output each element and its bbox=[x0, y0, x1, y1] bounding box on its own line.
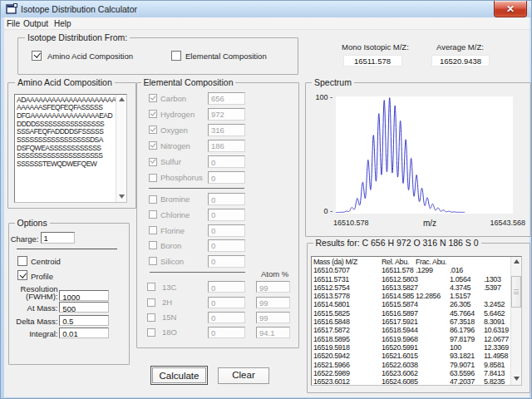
13c-label: 13C bbox=[162, 283, 176, 292]
scroll-up-button[interactable] bbox=[116, 95, 126, 105]
title-bar[interactable]: Isotope Distribution Calculator ✕ bbox=[1, 1, 531, 17]
scroll-thumb[interactable] bbox=[511, 276, 521, 308]
option-field-atmass[interactable]: 500 bbox=[59, 302, 109, 313]
arrow-up-icon bbox=[514, 259, 520, 264]
menu-item-help[interactable]: Help bbox=[54, 19, 71, 28]
x-axis-label: m/z bbox=[423, 219, 436, 228]
chlorine-label: Chlorine bbox=[160, 210, 190, 219]
form-icon bbox=[6, 3, 17, 15]
2h-checkbox[interactable] bbox=[147, 298, 155, 307]
2h-count-field: 0 bbox=[208, 297, 245, 308]
menu-item-file[interactable]: File bbox=[7, 19, 20, 28]
cell: 16516.5897 bbox=[382, 309, 418, 318]
results-row[interactable]: 16513.577816514.58512.28561.5157 bbox=[313, 292, 509, 300]
sequence-scrollbar[interactable] bbox=[116, 95, 126, 202]
group-isotope-distribution-from: Isotope Distribution From: Amino Acid Co… bbox=[17, 37, 298, 75]
results-row[interactable]: 16520.594216521.601593.182111.4958 bbox=[313, 352, 509, 360]
option-field-integral[interactable]: 0.01 bbox=[59, 328, 109, 338]
results-row[interactable]: 16515.582516516.589745.76645.6462 bbox=[313, 309, 509, 318]
results-row[interactable]: 16518.589516519.596897.817912.0677 bbox=[313, 335, 509, 343]
results-row[interactable]: 16523.601216524.608547.20375.8235 bbox=[313, 377, 509, 384]
cell: 16523.6062 bbox=[382, 369, 418, 377]
results-rows: Mass (da) M/ZRel. Abu.Frac. Abu.16510.57… bbox=[313, 258, 509, 384]
cell: 12.0677 bbox=[484, 335, 509, 343]
13c-checkbox[interactable] bbox=[147, 283, 155, 291]
arrow-down-icon bbox=[514, 377, 520, 381]
elemental-composition-checkbox[interactable] bbox=[171, 51, 181, 61]
carbon-checkbox[interactable] bbox=[149, 94, 157, 102]
menu-item-output[interactable]: Output bbox=[23, 19, 48, 28]
hydrogen-checkbox[interactable] bbox=[149, 110, 157, 118]
centroid-checkbox[interactable] bbox=[17, 256, 27, 266]
cell: 9.8581 bbox=[484, 361, 505, 369]
group-label: Options bbox=[15, 218, 50, 229]
sulfur-checkbox[interactable] bbox=[149, 158, 157, 166]
results-list[interactable]: Mass (da) M/ZRel. Abu.Frac. Abu.16510.57… bbox=[311, 256, 522, 386]
profile-checkbox-label: Profile bbox=[31, 272, 53, 281]
results-scrollbar[interactable] bbox=[510, 257, 521, 385]
florine-checkbox[interactable] bbox=[149, 226, 157, 234]
option-field-resolution[interactable]: 1000 bbox=[59, 290, 109, 301]
group-options: Options Charge: 1 Centroid Profile Resol… bbox=[8, 223, 130, 365]
cell: 16513.5778 bbox=[313, 292, 350, 300]
scroll-down-button[interactable] bbox=[116, 192, 126, 202]
average-mz-value: 16520.9438 bbox=[431, 55, 490, 66]
boron-checkbox[interactable] bbox=[149, 241, 157, 249]
charge-field[interactable]: 1 bbox=[41, 232, 75, 244]
18o-count-field: 0 bbox=[208, 327, 245, 338]
close-button[interactable]: ✕ bbox=[494, 1, 527, 17]
15n-checkbox[interactable] bbox=[147, 313, 155, 322]
spectrum-plot bbox=[336, 96, 513, 214]
cell: 4.3745 bbox=[450, 283, 470, 292]
charge-label: Charge: bbox=[9, 234, 39, 244]
cell: 100 bbox=[450, 343, 461, 352]
option-field-deltamass[interactable]: 0.5 bbox=[59, 315, 109, 326]
results-row[interactable]: 16522.598916523.606263.55967.8413 bbox=[313, 369, 509, 377]
scroll-up-button[interactable] bbox=[511, 257, 521, 268]
cell: 7.8413 bbox=[484, 369, 505, 377]
15n-atom-percent-field: 99 bbox=[256, 312, 290, 323]
amino-acid-composition-checkbox[interactable] bbox=[32, 51, 42, 61]
sequence-input[interactable]: ADAAAAAAAAAAAAAAAAAAAAA AAAAAASFEQFEQFAS… bbox=[16, 96, 118, 202]
check-icon bbox=[150, 110, 155, 116]
results-row[interactable]: 16510.570716511.578.1299.016 bbox=[313, 266, 509, 274]
close-icon: ✕ bbox=[506, 3, 515, 15]
silicon-checkbox[interactable] bbox=[149, 257, 157, 265]
boron-count-field: 0 bbox=[208, 239, 245, 252]
clear-button[interactable]: Clear bbox=[218, 367, 269, 384]
results-row[interactable]: 16511.573116512.58031.0564.1303 bbox=[313, 275, 509, 283]
results-row[interactable]: 16512.575416513.58274.3745.5397 bbox=[313, 283, 509, 292]
cell: 79.9071 bbox=[450, 361, 475, 369]
nitrogen-checkbox[interactable] bbox=[149, 141, 157, 150]
cell: .016 bbox=[450, 266, 463, 274]
nitrogen-label: Nitrogen bbox=[160, 141, 190, 150]
18o-checkbox[interactable] bbox=[147, 328, 155, 337]
results-row[interactable]: 16519.591816520.599110012.3369 bbox=[313, 343, 509, 352]
window-title: Isotope Distribution Calculator bbox=[21, 4, 137, 14]
calculate-button[interactable]: Calculate bbox=[150, 366, 208, 385]
results-row[interactable]: 16517.587216518.594486.179610.6319 bbox=[313, 326, 509, 334]
results-row[interactable]: 16514.580116515.587426.3053.2452 bbox=[313, 300, 509, 308]
phosphorus-checkbox[interactable] bbox=[149, 174, 157, 182]
mono-isotopic-mz-label: Mono Isotopic M/Z: bbox=[342, 42, 409, 52]
cell: .1303 bbox=[484, 275, 501, 283]
results-row[interactable]: 16516.584816517.592167.35188.3091 bbox=[313, 318, 509, 326]
cell: 16514.5801 bbox=[313, 300, 350, 308]
profile-checkbox[interactable] bbox=[17, 270, 27, 280]
sulfur-count-field: 0 bbox=[208, 155, 245, 168]
chlorine-checkbox[interactable] bbox=[149, 210, 157, 219]
15n-count-field: 0 bbox=[208, 312, 245, 323]
cell: 16517.5921 bbox=[382, 318, 418, 326]
scroll-down-button[interactable] bbox=[511, 374, 521, 385]
cell: 16521.5966 bbox=[313, 361, 350, 369]
cell: 12.2856 bbox=[416, 292, 441, 300]
oxygen-checkbox[interactable] bbox=[149, 126, 157, 134]
cell: 86.1796 bbox=[450, 326, 475, 334]
results-row[interactable]: 16521.596616522.603879.90719.8581 bbox=[313, 361, 509, 369]
cell: 16514.585 bbox=[382, 292, 414, 300]
carbon-label: Carbon bbox=[160, 94, 186, 103]
cell: 16510.5707 bbox=[313, 266, 350, 274]
group-amino-acid-composition: Amino Acid Composition ADAAAAAAAAAAAAAAA… bbox=[7, 82, 136, 209]
bromine-checkbox[interactable] bbox=[149, 195, 157, 204]
cell: 67.3518 bbox=[450, 318, 475, 326]
